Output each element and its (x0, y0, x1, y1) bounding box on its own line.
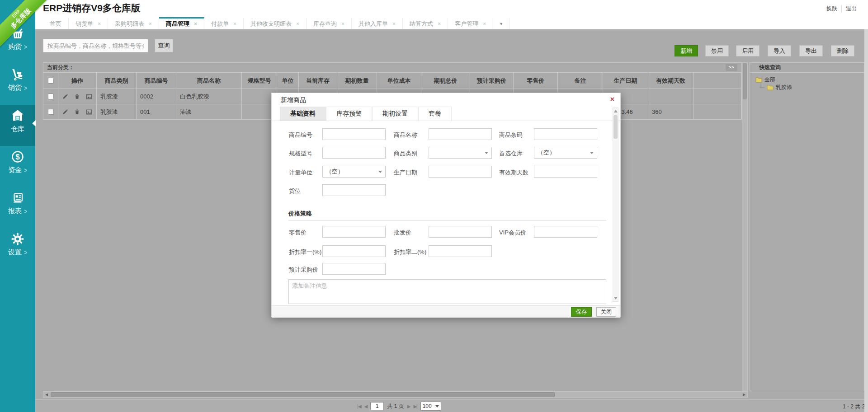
page-vertical-scrollbar[interactable] (864, 0, 868, 412)
tab-stock-query[interactable]: 库存查询× (307, 17, 352, 29)
export-button[interactable]: 导出 (799, 45, 823, 56)
scroll-right-icon[interactable]: ▶ (741, 392, 747, 398)
collapse-panel-button[interactable]: >> (726, 64, 737, 71)
scroll-up-icon[interactable] (614, 110, 618, 112)
close-icon[interactable]: × (296, 21, 299, 27)
edit-icon[interactable] (62, 109, 69, 115)
report-icon (10, 191, 25, 205)
table-header-row: 操作 商品类别 商品编号 商品名称 规格型号 单位 当前库存 期初数量 单位成本… (43, 73, 741, 89)
discount1-input[interactable] (322, 245, 386, 257)
next-page-icon[interactable]: ▶ (407, 404, 410, 409)
category-select[interactable] (429, 147, 492, 159)
tab-combo[interactable]: 套餐 (418, 107, 452, 121)
column-header: 商品类别 (97, 73, 137, 89)
est-purchase-input[interactable] (322, 263, 386, 275)
search-input[interactable] (43, 39, 148, 52)
horizontal-scrollbar[interactable]: ◀ ▶ (43, 391, 748, 398)
tab-other-inbound[interactable]: 其他入库单× (352, 17, 403, 29)
save-button[interactable]: 保存 (571, 307, 592, 317)
image-icon[interactable] (86, 94, 92, 100)
product-barcode-input[interactable] (534, 128, 597, 140)
scroll-left-icon[interactable]: ◀ (43, 392, 50, 398)
search-button[interactable]: 查询 (155, 39, 173, 52)
sidebar-item-warehouse[interactable]: 仓库 (0, 105, 35, 146)
tab-more-dropdown[interactable]: ▼ (493, 17, 509, 29)
image-icon[interactable] (86, 109, 92, 115)
close-icon[interactable]: × (392, 21, 396, 27)
close-icon[interactable]: × (341, 21, 344, 27)
tab-purchase-detail[interactable]: 采购明细表× (108, 17, 159, 29)
close-button[interactable]: 关闭 (596, 307, 616, 317)
tab-home[interactable]: 首页 (43, 17, 69, 29)
column-header: 预计采购价 (470, 73, 514, 89)
unit-select[interactable]: （空） (322, 166, 386, 178)
sidebar-item-reports[interactable]: 报表> (0, 187, 35, 228)
retail-price-input[interactable] (322, 226, 386, 238)
close-icon[interactable]: × (98, 21, 101, 27)
category-bar-label: 当前分类： (47, 64, 74, 71)
column-header: 有效期天数 (648, 73, 693, 89)
first-page-icon[interactable]: |◀ (357, 404, 361, 409)
close-icon[interactable]: × (149, 21, 152, 27)
tab-product-management[interactable]: 商品管理× (159, 17, 204, 29)
location-input[interactable] (322, 184, 386, 196)
tab-payment-order[interactable]: 付款单× (204, 17, 244, 29)
tab-customer-management[interactable]: 客户管理× (448, 17, 493, 29)
delete-icon[interactable] (74, 109, 80, 115)
product-code-input[interactable] (322, 128, 386, 140)
prev-page-icon[interactable]: ◀ (364, 404, 368, 409)
select-all-checkbox[interactable] (48, 78, 54, 84)
scroll-down-icon[interactable] (614, 297, 618, 300)
edit-icon[interactable] (62, 94, 69, 100)
sidebar-item-sales[interactable]: 销货> (0, 64, 35, 105)
prod-date-input[interactable] (429, 166, 492, 178)
skin-link[interactable]: 换肤 (822, 5, 841, 13)
tab-sales-order[interactable]: 销货单× (69, 17, 108, 29)
close-icon[interactable]: × (233, 21, 236, 27)
sidebar-item-funds[interactable]: $ 资金> (0, 146, 35, 187)
delete-button[interactable]: 删除 (831, 45, 854, 56)
sidebar-item-label: 报表 (8, 207, 22, 215)
tab-settlement-method[interactable]: 结算方式× (403, 17, 448, 29)
caret-down-icon: ▼ (499, 22, 503, 26)
row-checkbox[interactable] (48, 109, 54, 115)
sidebar-item-settings[interactable]: 设置> (0, 228, 35, 269)
vip-price-input[interactable] (534, 226, 597, 238)
tab-stock-warning[interactable]: 库存预警 (326, 107, 372, 121)
tab-basic-info[interactable]: 基础资料 (280, 107, 326, 121)
page-number-input[interactable] (370, 402, 384, 410)
close-icon[interactable]: × (438, 21, 441, 27)
discount2-input[interactable] (429, 245, 492, 257)
close-icon[interactable]: × (194, 21, 197, 27)
field-label-warehouse: 首选仓库 (499, 150, 523, 158)
add-button[interactable]: 新增 (675, 45, 698, 56)
scrollbar-thumb[interactable] (743, 63, 747, 99)
delete-icon[interactable] (74, 94, 80, 100)
page-size-select[interactable]: 100 (420, 402, 441, 411)
close-icon[interactable]: × (483, 21, 486, 27)
row-checkbox[interactable] (48, 94, 54, 99)
sidebar-item-purchase[interactable]: 购货> (0, 23, 35, 64)
column-header: 零售价 (514, 73, 558, 89)
spec-input[interactable] (322, 147, 386, 159)
enable-button[interactable]: 启用 (736, 45, 760, 56)
tab-initial-setting[interactable]: 期初设置 (372, 107, 418, 121)
warehouse-select[interactable]: （空） (534, 147, 597, 159)
dialog-scrollbar[interactable] (613, 108, 618, 302)
scrollbar-thumb[interactable] (51, 392, 555, 397)
logout-link[interactable]: 退出 (841, 5, 861, 13)
tree-node-category[interactable]: 乳胶漆 (760, 84, 864, 91)
import-button[interactable]: 导入 (768, 45, 791, 56)
disable-button[interactable]: 禁用 (705, 45, 729, 56)
last-page-icon[interactable]: ▶| (413, 404, 417, 409)
product-name-input[interactable] (429, 128, 492, 140)
page-title: ERP进销存V9多仓库版 (43, 2, 141, 14)
tab-other-income-expense[interactable]: 其他收支明细表× (244, 17, 307, 29)
scrollbar-thumb[interactable] (613, 115, 618, 139)
table-vertical-scrollbar[interactable] (742, 62, 748, 391)
tree-node-all[interactable]: 全部 (755, 76, 864, 84)
valid-days-input[interactable] (534, 166, 597, 178)
remark-textarea[interactable] (288, 279, 606, 304)
close-icon[interactable]: × (610, 96, 614, 103)
wholesale-price-input[interactable] (429, 226, 492, 238)
